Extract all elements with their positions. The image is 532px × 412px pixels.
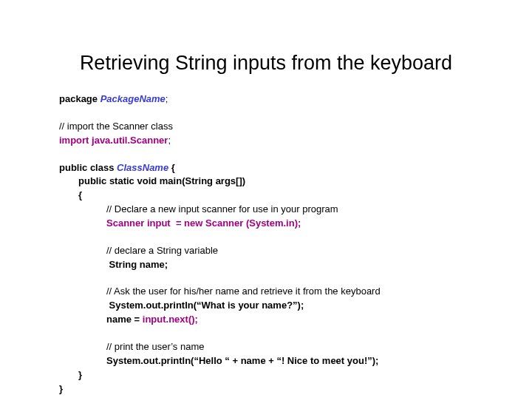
blank-line <box>59 231 488 244</box>
brace-close-outer: } <box>59 382 488 396</box>
semicolon: ; <box>168 135 171 146</box>
code-line-scanner: Scanner input = new Scanner (System.in); <box>59 217 488 231</box>
code-line-name-assign: name = input.next(); <box>59 313 488 327</box>
comment-import: // import the Scanner class <box>59 120 488 134</box>
blank-line <box>59 271 488 285</box>
code-line-main: public static void main(String args[]) <box>59 175 488 189</box>
brace-open: { <box>59 189 488 203</box>
class-name: ClassName <box>117 162 168 173</box>
code-line-print: System.out.println(“Hello “ + name + “! … <box>59 354 488 368</box>
code-block: package PackageName; // import the Scann… <box>59 92 488 396</box>
input-next: input.next(); <box>143 314 198 325</box>
code-line-import: import java.util.Scanner; <box>59 134 488 148</box>
name-equals: name = <box>106 314 143 325</box>
code-line-class: public class ClassName { <box>59 161 488 175</box>
slide: Retrieving String inputs from the keyboa… <box>0 0 532 396</box>
comment-ask: // Ask the user for his/her name and ret… <box>59 285 488 299</box>
brace: { <box>168 162 175 173</box>
semicolon: ; <box>166 93 168 104</box>
slide-title: Retrieving String inputs from the keyboa… <box>44 52 488 75</box>
blank-line <box>59 107 488 120</box>
package-name: PackageName <box>100 93 166 104</box>
code-line-string-decl: String name; <box>59 258 488 272</box>
blank-line <box>59 148 488 161</box>
blank-line <box>59 327 488 340</box>
comment-string-var: // declare a String variable <box>59 244 488 258</box>
keyword-public-class: public class <box>59 162 117 173</box>
brace-close-inner: } <box>59 368 488 382</box>
import-statement: import java.util.Scanner <box>59 135 168 146</box>
keyword-package: package <box>59 93 100 104</box>
comment-print: // print the user’s name <box>59 340 488 354</box>
comment-scanner: // Declare a new input scanner for use i… <box>59 203 488 217</box>
code-line-ask: System.out.println(“What is your name?”)… <box>59 299 488 313</box>
code-line-package: package PackageName; <box>59 92 488 107</box>
